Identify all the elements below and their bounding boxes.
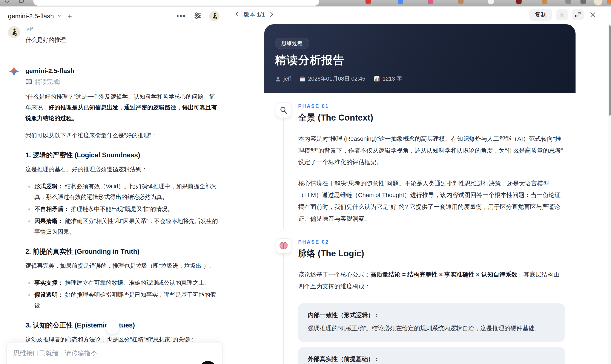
paragraph: 这是推理的基石。好的推理必须遵循逻辑法则：	[25, 164, 220, 175]
assistant-message: gemini-2.5-flash 精读完成! “什么是好的推理？”这是一个涉及逻…	[8, 65, 217, 364]
bullet-list: 形式逻辑： 结构必须有效（Valid）。比如演绎推理中，如果前提全部为真，那么通…	[25, 181, 220, 237]
browser-apps-icon[interactable]	[19, 0, 24, 3]
arrow-down-icon	[110, 325, 116, 330]
phase-timeline	[276, 103, 298, 224]
chat-pane: gemini-2.5-flash + •••	[0, 6, 225, 364]
assistant-status: 精读完成!	[25, 78, 217, 86]
address-bar[interactable]	[33, 0, 319, 6]
report-word-count: 1213 字	[374, 75, 402, 82]
close-button[interactable]	[588, 10, 598, 20]
close-icon	[590, 11, 596, 18]
document-scroll-area[interactable]: 思维过程 精读分析报告 jeff 2026年01月08日 02:45	[226, 23, 608, 364]
app-window: gemini-2.5-flash + •••	[0, 6, 611, 364]
extension-icon[interactable]	[607, 0, 611, 4]
logic-card: 外部真实性（前提基础）： 强调推理的“经验校准”。解决“GIGO（垃圾进，垃圾出…	[298, 347, 565, 364]
voice-input-button[interactable]	[199, 361, 216, 364]
user-name: jeff	[25, 26, 217, 33]
paragraph: 逻辑再完美，如果前提是错误的，推理也是垃圾（即“垃圾进，垃圾出”）。	[25, 261, 220, 271]
browser-back-icon[interactable]	[5, 0, 10, 3]
paragraph: 该论述基于一个核心公式：高质量结论 = 结构完整性 × 事实准确性 × 认知自律…	[298, 269, 565, 292]
person-icon	[275, 76, 281, 82]
artifact-header: 版本 1/1 复制	[226, 6, 611, 23]
paragraph: 核心情境在于解决“思考的随意性”问题。不论是人类通过批判性思维进行决策，还是大语…	[298, 178, 565, 224]
chevron-down-icon[interactable]	[57, 13, 62, 19]
extension-icon[interactable]	[542, 0, 547, 4]
analysis-report-card: 思维过程 精读分析报告 jeff 2026年01月08日 02:45	[264, 24, 575, 364]
paragraph: “什么是好的推理？”这是一个涉及逻辑学、认知科学和哲学核心的问题。简单来说，好的…	[25, 91, 220, 124]
card-title: 内部一致性（形式逻辑）：	[308, 311, 555, 319]
next-version-icon[interactable]	[269, 11, 274, 18]
more-options-icon[interactable]: •••	[176, 15, 186, 18]
bar-chart-icon	[374, 76, 380, 82]
report-title: 精读分析报告	[275, 53, 345, 68]
avatar	[8, 26, 20, 38]
chat-messages: jeff 什么是好的推理	[0, 22, 225, 364]
extension-icon[interactable]	[428, 0, 433, 4]
calendar-icon	[299, 76, 306, 82]
copy-button[interactable]: 复制	[529, 9, 552, 21]
gemini-logo-icon	[8, 65, 20, 77]
report-author: jeff	[275, 75, 291, 82]
new-chat-button[interactable]: +	[67, 13, 72, 20]
bullet-list: 事实支撑： 推理建立在可靠的数据、准确的观测或公认的真理之上。 假设透明： 好的…	[25, 278, 220, 311]
user-message: jeff 什么是好的推理	[8, 26, 217, 45]
card-title: 外部真实性（前提基础）：	[308, 355, 555, 363]
extension-icon[interactable]	[398, 0, 403, 4]
paragraph: 本内容是对“推理 (Reasoning)”这一抽象概念的高层建模。在知识爆炸与人…	[298, 133, 565, 168]
report-badge: 思维过程	[275, 38, 309, 49]
phase-section: PHASE 01 全景 (The Context) 本内容是对“推理 (Reas…	[276, 103, 575, 224]
artifact-pane: 版本 1/1 复制	[226, 6, 611, 364]
browser-profile-avatar[interactable]	[594, 0, 602, 6]
section-heading: 2. 前提的真实性 (Grounding in Truth)	[25, 247, 220, 256]
extension-icon[interactable]	[365, 0, 371, 4]
list-item: 因果清晰： 能准确区分“相关性”和“因果关系”，不会轻率地将先后发生的事情归为因…	[25, 216, 220, 237]
browser-toolbar	[0, 0, 611, 6]
card-body: 强调推理的“机械正确”。结论必须在给定的规则系统内逻辑自洽，这是推理的硬件基础。	[308, 323, 555, 334]
extension-icon[interactable]	[458, 0, 464, 4]
download-button[interactable]	[556, 9, 568, 20]
assistant-name: gemini-2.5-flash	[25, 65, 217, 75]
list-item: 不自相矛盾： 推理链条中不能出现“既是又非”的情况。	[25, 204, 220, 215]
report-hero: 思维过程 精读分析报告 jeff 2026年01月08日 02:45	[264, 24, 575, 93]
model-selector[interactable]: gemini-2.5-flash	[8, 13, 54, 20]
extension-icon[interactable]	[516, 0, 522, 4]
logic-card: 内部一致性（形式逻辑）： 强调推理的“机械正确”。结论必须在给定的规则系统内逻辑…	[298, 303, 565, 342]
scroll-to-bottom-button[interactable]	[106, 321, 120, 334]
extension-icon[interactable]	[565, 0, 571, 4]
report-body: PHASE 01 全景 (The Context) 本内容是对“推理 (Reas…	[264, 93, 575, 364]
paragraph: 我们可以从以下四个维度来衡量什么是“好的推理”：	[25, 130, 220, 141]
chat-header: gemini-2.5-flash + •••	[0, 6, 225, 22]
version-label: 版本 1/1	[244, 11, 265, 18]
phase-timeline	[276, 238, 298, 364]
list-item: 事实支撑： 推理建立在可靠的数据、准确的观测或公认的真理之上。	[25, 278, 220, 288]
version-navigator: 版本 1/1	[235, 11, 274, 18]
assistant-markdown: “什么是好的推理？”这是一个涉及逻辑学、认知科学和哲学核心的问题。简单来说，好的…	[25, 91, 220, 364]
book-icon	[25, 79, 32, 85]
section-heading: 1. 逻辑的严密性 (Logical Soundness)	[25, 150, 220, 160]
phase-section: PHASE 02 脉络 (The Logic) 该论述基于一个核心公式：高质量结…	[276, 238, 575, 364]
phase-label: PHASE 01	[298, 103, 565, 109]
fullscreen-button[interactable]	[572, 9, 584, 20]
report-meta: jeff 2026年01月08日 02:45 1213 字	[275, 75, 402, 82]
list-item: 假设透明： 好的推理会明确指明哪些是已知事实，哪些是基于可能的假设。	[25, 290, 220, 311]
download-icon	[559, 11, 565, 18]
phase-label: PHASE 02	[298, 239, 565, 245]
prev-version-icon[interactable]	[235, 11, 239, 18]
composer-placeholder: 思维接口已就绪，请传输指令。	[13, 349, 216, 358]
scrollbar-track[interactable]	[608, 23, 611, 364]
expand-icon	[575, 11, 581, 18]
status-text: 精读完成!	[35, 78, 61, 86]
user-avatar[interactable]	[209, 11, 220, 21]
message-composer[interactable]: 思维接口已就绪，请传输指令。	[6, 342, 223, 364]
scrollbar-thumb[interactable]	[609, 25, 611, 116]
logic-cards: 内部一致性（形式逻辑）： 强调推理的“机械正确”。结论必须在给定的规则系统内逻辑…	[298, 303, 565, 364]
phase-title: 脉络 (The Logic)	[298, 247, 565, 259]
extension-icon[interactable]	[488, 0, 494, 4]
user-message-text: 什么是好的推理	[25, 36, 217, 45]
list-item: 形式逻辑： 结构必须有效（Valid）。比如演绎推理中，如果前提全部为真，那么通…	[25, 181, 220, 203]
magnifier-icon	[276, 103, 291, 118]
brain-icon	[276, 238, 291, 254]
settings-sliders-icon[interactable]	[193, 11, 202, 21]
extension-icon[interactable]	[581, 0, 586, 4]
phase-title: 全景 (The Context)	[298, 112, 565, 124]
